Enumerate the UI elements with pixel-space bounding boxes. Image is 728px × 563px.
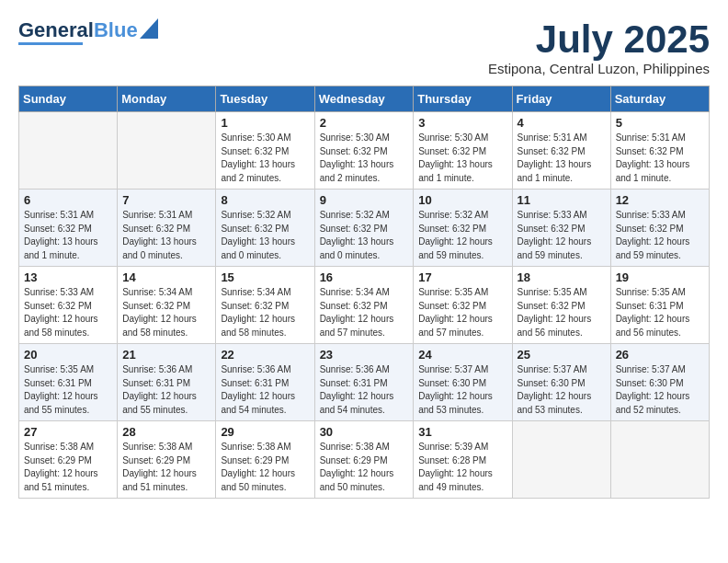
calendar-week-row: 1Sunrise: 5:30 AMSunset: 6:32 PMDaylight… [19,112,710,190]
day-detail: Sunrise: 5:30 AMSunset: 6:32 PMDaylight:… [418,132,506,185]
day-detail: Sunrise: 5:31 AMSunset: 6:32 PMDaylight:… [518,132,606,185]
day-number: 19 [616,270,704,284]
weekday-header: Monday [118,86,216,112]
calendar-cell: 4Sunrise: 5:31 AMSunset: 6:32 PMDaylight… [512,112,610,190]
day-detail: Sunrise: 5:33 AMSunset: 6:32 PMDaylight:… [518,209,606,262]
calendar-cell: 20Sunrise: 5:35 AMSunset: 6:31 PMDayligh… [19,344,118,421]
day-detail: Sunrise: 5:35 AMSunset: 6:32 PMDaylight:… [518,286,606,339]
day-detail: Sunrise: 5:34 AMSunset: 6:32 PMDaylight:… [221,286,309,339]
day-detail: Sunrise: 5:36 AMSunset: 6:31 PMDaylight:… [320,363,409,417]
day-number: 21 [122,348,210,362]
day-number: 26 [616,348,704,362]
calendar-cell: 6Sunrise: 5:31 AMSunset: 6:32 PMDaylight… [19,190,118,267]
day-detail: Sunrise: 5:38 AMSunset: 6:29 PMDaylight:… [122,441,210,494]
calendar-cell: 27Sunrise: 5:38 AMSunset: 6:29 PMDayligh… [19,421,118,499]
calendar-week-row: 27Sunrise: 5:38 AMSunset: 6:29 PMDayligh… [19,421,710,499]
day-detail: Sunrise: 5:32 AMSunset: 6:32 PMDaylight:… [221,209,309,262]
day-detail: Sunrise: 5:33 AMSunset: 6:32 PMDaylight:… [24,286,112,339]
day-detail: Sunrise: 5:33 AMSunset: 6:32 PMDaylight:… [616,209,704,262]
calendar-cell: 28Sunrise: 5:38 AMSunset: 6:29 PMDayligh… [118,421,216,499]
day-detail: Sunrise: 5:34 AMSunset: 6:32 PMDaylight:… [320,286,409,339]
day-number: 30 [320,425,409,439]
day-detail: Sunrise: 5:35 AMSunset: 6:32 PMDaylight:… [418,286,506,339]
weekday-header: Saturday [610,86,709,112]
day-number: 1 [221,116,309,130]
day-detail: Sunrise: 5:31 AMSunset: 6:32 PMDaylight:… [616,132,704,185]
calendar-week-row: 13Sunrise: 5:33 AMSunset: 6:32 PMDayligh… [19,267,710,344]
calendar-cell: 14Sunrise: 5:34 AMSunset: 6:32 PMDayligh… [118,267,216,344]
calendar-cell: 24Sunrise: 5:37 AMSunset: 6:30 PMDayligh… [414,344,512,421]
day-detail: Sunrise: 5:35 AMSunset: 6:31 PMDaylight:… [616,286,704,339]
weekday-header: Friday [512,86,610,112]
day-detail: Sunrise: 5:38 AMSunset: 6:29 PMDaylight:… [24,441,112,494]
calendar-cell [118,112,216,190]
day-detail: Sunrise: 5:37 AMSunset: 6:30 PMDaylight:… [418,363,506,417]
calendar-cell: 17Sunrise: 5:35 AMSunset: 6:32 PMDayligh… [414,267,512,344]
calendar-cell: 10Sunrise: 5:32 AMSunset: 6:32 PMDayligh… [414,190,512,267]
day-detail: Sunrise: 5:30 AMSunset: 6:32 PMDaylight:… [320,132,409,185]
calendar-cell: 23Sunrise: 5:36 AMSunset: 6:31 PMDayligh… [314,344,414,421]
day-number: 22 [221,348,309,362]
calendar-cell: 2Sunrise: 5:30 AMSunset: 6:32 PMDaylight… [314,112,414,190]
day-number: 18 [518,270,606,284]
day-number: 31 [418,425,506,439]
calendar-cell [610,421,709,499]
day-number: 28 [122,425,210,439]
weekday-header: Sunday [19,86,118,112]
day-number: 20 [24,348,112,362]
calendar-cell: 16Sunrise: 5:34 AMSunset: 6:32 PMDayligh… [314,267,414,344]
logo-underline [18,42,83,45]
title-area: July 2025 Estipona, Central Luzon, Phili… [488,18,710,76]
calendar-cell: 30Sunrise: 5:38 AMSunset: 6:29 PMDayligh… [314,421,414,499]
calendar-cell: 19Sunrise: 5:35 AMSunset: 6:31 PMDayligh… [610,267,709,344]
day-detail: Sunrise: 5:38 AMSunset: 6:29 PMDaylight:… [221,441,309,494]
day-detail: Sunrise: 5:30 AMSunset: 6:32 PMDaylight:… [221,132,309,185]
calendar-cell: 1Sunrise: 5:30 AMSunset: 6:32 PMDaylight… [216,112,314,190]
day-number: 16 [320,270,409,284]
calendar-cell: 12Sunrise: 5:33 AMSunset: 6:32 PMDayligh… [610,190,709,267]
day-detail: Sunrise: 5:34 AMSunset: 6:32 PMDaylight:… [122,286,210,339]
day-number: 9 [320,193,409,207]
day-detail: Sunrise: 5:36 AMSunset: 6:31 PMDaylight:… [122,363,210,417]
svg-marker-0 [140,18,158,39]
day-number: 13 [24,270,112,284]
day-detail: Sunrise: 5:36 AMSunset: 6:31 PMDaylight:… [221,363,309,417]
month-title: July 2025 [488,18,710,61]
calendar-cell: 22Sunrise: 5:36 AMSunset: 6:31 PMDayligh… [216,344,314,421]
day-detail: Sunrise: 5:31 AMSunset: 6:32 PMDaylight:… [24,209,112,262]
day-number: 2 [320,116,409,130]
day-number: 7 [122,193,210,207]
day-detail: Sunrise: 5:31 AMSunset: 6:32 PMDaylight:… [122,209,210,262]
calendar-cell [512,421,610,499]
calendar-cell: 21Sunrise: 5:36 AMSunset: 6:31 PMDayligh… [118,344,216,421]
day-number: 11 [518,193,606,207]
calendar-cell: 9Sunrise: 5:32 AMSunset: 6:32 PMDaylight… [314,190,414,267]
weekday-header: Thursday [414,86,512,112]
day-detail: Sunrise: 5:35 AMSunset: 6:31 PMDaylight:… [24,363,112,417]
weekday-header-row: SundayMondayTuesdayWednesdayThursdayFrid… [19,86,710,112]
logo: GeneralBlue [18,18,158,45]
calendar: SundayMondayTuesdayWednesdayThursdayFrid… [18,86,710,499]
day-number: 3 [418,116,506,130]
calendar-cell: 11Sunrise: 5:33 AMSunset: 6:32 PMDayligh… [512,190,610,267]
calendar-cell: 31Sunrise: 5:39 AMSunset: 6:28 PMDayligh… [414,421,512,499]
day-number: 5 [616,116,704,130]
location: Estipona, Central Luzon, Philippines [488,61,710,76]
weekday-header: Tuesday [216,86,314,112]
calendar-cell: 29Sunrise: 5:38 AMSunset: 6:29 PMDayligh… [216,421,314,499]
day-number: 23 [320,348,409,362]
day-number: 8 [221,193,309,207]
day-detail: Sunrise: 5:37 AMSunset: 6:30 PMDaylight:… [518,363,606,417]
calendar-cell: 3Sunrise: 5:30 AMSunset: 6:32 PMDaylight… [414,112,512,190]
calendar-week-row: 20Sunrise: 5:35 AMSunset: 6:31 PMDayligh… [19,344,710,421]
logo-text: GeneralBlue [18,20,138,40]
calendar-cell: 13Sunrise: 5:33 AMSunset: 6:32 PMDayligh… [19,267,118,344]
calendar-cell: 18Sunrise: 5:35 AMSunset: 6:32 PMDayligh… [512,267,610,344]
calendar-cell: 8Sunrise: 5:32 AMSunset: 6:32 PMDaylight… [216,190,314,267]
day-number: 12 [616,193,704,207]
day-number: 6 [24,193,112,207]
calendar-cell: 15Sunrise: 5:34 AMSunset: 6:32 PMDayligh… [216,267,314,344]
calendar-cell: 26Sunrise: 5:37 AMSunset: 6:30 PMDayligh… [610,344,709,421]
calendar-week-row: 6Sunrise: 5:31 AMSunset: 6:32 PMDaylight… [19,190,710,267]
calendar-cell [19,112,118,190]
